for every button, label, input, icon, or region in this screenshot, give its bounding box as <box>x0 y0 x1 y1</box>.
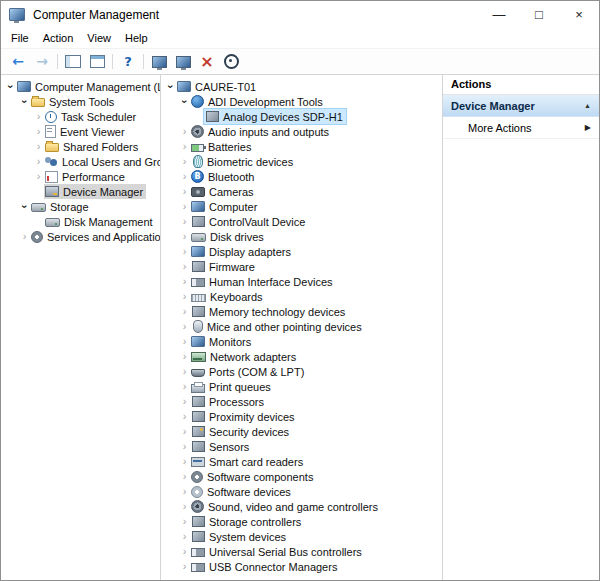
disable-device-button[interactable] <box>171 51 195 73</box>
collapse-chevron-icon[interactable]: › <box>179 96 190 107</box>
tree-item-computer-management-local[interactable]: ›Computer Management (Local) <box>1 79 160 94</box>
expand-chevron-icon[interactable]: › <box>33 156 44 167</box>
expand-chevron-icon[interactable]: › <box>179 396 190 407</box>
tree-item-event-viewer[interactable]: ›Event Viewer <box>1 124 160 139</box>
expand-chevron-icon[interactable]: › <box>179 216 190 227</box>
tree-item-shared-folders[interactable]: ›Shared Folders <box>1 139 160 154</box>
tree-item-body[interactable]: Memory technology devices <box>190 304 348 319</box>
tree-item-body[interactable]: Keyboards <box>190 289 266 304</box>
tree-item-body[interactable]: Disk Management <box>44 214 156 229</box>
tree-item-smart-card-readers[interactable]: ›Smart card readers <box>161 454 442 469</box>
tree-item-body[interactable]: Device Manager <box>44 184 146 199</box>
tree-item-display-adapters[interactable]: ›Display adapters <box>161 244 442 259</box>
tree-item-body[interactable]: Print queues <box>190 379 274 394</box>
collapse-chevron-icon[interactable]: › <box>19 96 30 107</box>
tree-item-body[interactable]: USB Connector Managers <box>190 559 340 574</box>
expand-chevron-icon[interactable]: › <box>33 141 44 152</box>
expand-chevron-icon[interactable]: › <box>179 531 190 542</box>
tree-item-body[interactable]: Task Scheduler <box>44 109 139 124</box>
tree-item-controlvault-device[interactable]: ›ControlVault Device <box>161 214 442 229</box>
tree-item-performance[interactable]: ›Performance <box>1 169 160 184</box>
expand-chevron-icon[interactable]: › <box>179 171 190 182</box>
tree-item-body[interactable]: Human Interface Devices <box>190 274 336 289</box>
expand-chevron-icon[interactable]: › <box>33 126 44 137</box>
tree-item-local-users-and-groups[interactable]: ›Local Users and Groups <box>1 154 160 169</box>
expand-chevron-icon[interactable]: › <box>179 186 190 197</box>
tree-item-body[interactable]: Display adapters <box>190 244 294 259</box>
tree-item-body[interactable]: Batteries <box>190 139 254 154</box>
tree-item-audio-inputs-and-outputs[interactable]: ›Audio inputs and outputs <box>161 124 442 139</box>
tree-item-body[interactable]: Bluetooth <box>190 169 257 184</box>
update-driver-button[interactable] <box>147 51 171 73</box>
expand-chevron-icon[interactable]: › <box>179 156 190 167</box>
tree-item-monitors[interactable]: ›Monitors <box>161 334 442 349</box>
forward-button[interactable] <box>30 51 54 73</box>
tree-item-storage-controllers[interactable]: ›Storage controllers <box>161 514 442 529</box>
expand-chevron-icon[interactable]: › <box>179 456 190 467</box>
tree-item-body[interactable]: Storage <box>30 199 92 214</box>
tree-item-body[interactable]: Services and Applications <box>30 229 161 244</box>
menu-file[interactable]: File <box>4 30 36 46</box>
tree-item-analog-devices-sdp-h1[interactable]: Analog Devices SDP-H1 <box>161 109 442 124</box>
tree-item-usb-connector-managers[interactable]: ›USB Connector Managers <box>161 559 442 574</box>
tree-item-task-scheduler[interactable]: ›Task Scheduler <box>1 109 160 124</box>
close-button[interactable]: × <box>559 1 599 28</box>
tree-item-caure-t01[interactable]: ›CAURE-T01 <box>161 79 442 94</box>
tree-item-body[interactable]: Sound, video and game controllers <box>190 499 381 514</box>
expand-chevron-icon[interactable]: › <box>179 321 190 332</box>
expand-chevron-icon[interactable]: › <box>179 411 190 422</box>
tree-item-body[interactable]: Mice and other pointing devices <box>190 319 365 334</box>
collapse-chevron-icon[interactable]: › <box>5 81 16 92</box>
collapse-arrow-icon[interactable]: ▲ <box>584 102 591 109</box>
expand-chevron-icon[interactable]: › <box>33 111 44 122</box>
actions-group-device-manager[interactable]: Device Manager ▲ <box>443 95 599 117</box>
tree-item-services-and-applications[interactable]: ›Services and Applications <box>1 229 160 244</box>
tree-item-body[interactable]: Computer Management (Local) <box>16 79 161 94</box>
expand-chevron-icon[interactable]: › <box>179 351 190 362</box>
expand-chevron-icon[interactable]: › <box>19 231 30 242</box>
tree-item-body[interactable]: Shared Folders <box>44 139 141 154</box>
expand-chevron-icon[interactable]: › <box>179 291 190 302</box>
tree-item-disk-drives[interactable]: ›Disk drives <box>161 229 442 244</box>
maximize-button[interactable]: □ <box>519 1 559 28</box>
expand-chevron-icon[interactable]: › <box>33 171 44 182</box>
tree-item-system-tools[interactable]: ›System Tools <box>1 94 160 109</box>
tree-item-body[interactable]: Event Viewer <box>44 124 128 139</box>
expand-chevron-icon[interactable]: › <box>179 546 190 557</box>
tree-item-universal-serial-bus-controllers[interactable]: ›Universal Serial Bus controllers <box>161 544 442 559</box>
tree-item-body[interactable]: Computer <box>190 199 260 214</box>
show-console-tree-button[interactable] <box>61 51 85 73</box>
expand-chevron-icon[interactable]: › <box>179 366 190 377</box>
expand-chevron-icon[interactable]: › <box>179 126 190 137</box>
tree-item-body[interactable]: Biometric devices <box>190 154 296 169</box>
tree-item-body[interactable]: Local Users and Groups <box>44 154 161 169</box>
tree-item-body[interactable]: Analog Devices SDP-H1 <box>204 109 346 124</box>
tree-item-print-queues[interactable]: ›Print queues <box>161 379 442 394</box>
scan-hardware-button[interactable] <box>219 51 243 73</box>
expand-chevron-icon[interactable]: › <box>179 441 190 452</box>
tree-item-body[interactable]: Sensors <box>190 439 252 454</box>
tree-item-disk-management[interactable]: Disk Management <box>1 214 160 229</box>
tree-item-body[interactable]: Storage controllers <box>190 514 304 529</box>
tree-item-ports-com-lpt[interactable]: ›Ports (COM & LPT) <box>161 364 442 379</box>
tree-item-body[interactable]: Universal Serial Bus controllers <box>190 544 365 559</box>
tree-item-body[interactable]: Processors <box>190 394 267 409</box>
collapse-chevron-icon[interactable]: › <box>19 201 30 212</box>
tree-item-software-devices[interactable]: ›Software devices <box>161 484 442 499</box>
tree-item-firmware[interactable]: ›Firmware <box>161 259 442 274</box>
collapse-chevron-icon[interactable]: › <box>165 81 176 92</box>
tree-item-cameras[interactable]: ›Cameras <box>161 184 442 199</box>
expand-chevron-icon[interactable]: › <box>179 231 190 242</box>
menu-view[interactable]: View <box>80 30 118 46</box>
expand-chevron-icon[interactable]: › <box>179 306 190 317</box>
tree-item-batteries[interactable]: ›Batteries <box>161 139 442 154</box>
expand-chevron-icon[interactable]: › <box>179 501 190 512</box>
tree-item-body[interactable]: Audio inputs and outputs <box>190 124 332 139</box>
tree-item-sensors[interactable]: ›Sensors <box>161 439 442 454</box>
tree-item-body[interactable]: Software components <box>190 469 316 484</box>
tree-item-body[interactable]: System Tools <box>30 94 117 109</box>
tree-item-biometric-devices[interactable]: ›Biometric devices <box>161 154 442 169</box>
tree-item-network-adapters[interactable]: ›Network adapters <box>161 349 442 364</box>
expand-chevron-icon[interactable]: › <box>179 246 190 257</box>
expand-chevron-icon[interactable]: › <box>179 381 190 392</box>
